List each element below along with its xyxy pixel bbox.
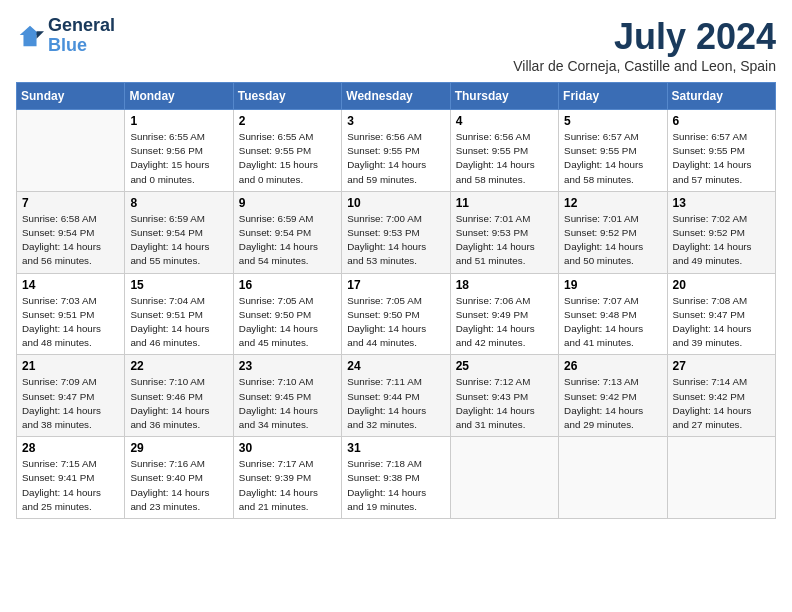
day-number: 20 [673, 278, 770, 292]
day-number: 15 [130, 278, 227, 292]
day-number: 25 [456, 359, 553, 373]
calendar-cell: 6Sunrise: 6:57 AMSunset: 9:55 PMDaylight… [667, 110, 775, 192]
calendar-cell: 27Sunrise: 7:14 AMSunset: 9:42 PMDayligh… [667, 355, 775, 437]
day-number: 16 [239, 278, 336, 292]
day-info: Sunrise: 6:59 AMSunset: 9:54 PMDaylight:… [130, 212, 227, 269]
day-info: Sunrise: 6:57 AMSunset: 9:55 PMDaylight:… [564, 130, 661, 187]
calendar-cell: 21Sunrise: 7:09 AMSunset: 9:47 PMDayligh… [17, 355, 125, 437]
calendar-cell: 5Sunrise: 6:57 AMSunset: 9:55 PMDaylight… [559, 110, 667, 192]
calendar-cell [450, 437, 558, 519]
day-number: 13 [673, 196, 770, 210]
calendar-cell: 4Sunrise: 6:56 AMSunset: 9:55 PMDaylight… [450, 110, 558, 192]
day-info: Sunrise: 7:05 AMSunset: 9:50 PMDaylight:… [239, 294, 336, 351]
day-number: 2 [239, 114, 336, 128]
calendar-week-3: 14Sunrise: 7:03 AMSunset: 9:51 PMDayligh… [17, 273, 776, 355]
day-number: 19 [564, 278, 661, 292]
day-info: Sunrise: 7:16 AMSunset: 9:40 PMDaylight:… [130, 457, 227, 514]
col-header-monday: Monday [125, 83, 233, 110]
day-info: Sunrise: 6:56 AMSunset: 9:55 PMDaylight:… [456, 130, 553, 187]
logo-text: General Blue [48, 16, 115, 56]
calendar-cell [17, 110, 125, 192]
calendar-cell: 14Sunrise: 7:03 AMSunset: 9:51 PMDayligh… [17, 273, 125, 355]
col-header-wednesday: Wednesday [342, 83, 450, 110]
day-number: 8 [130, 196, 227, 210]
day-number: 28 [22, 441, 119, 455]
day-number: 29 [130, 441, 227, 455]
calendar-cell: 16Sunrise: 7:05 AMSunset: 9:50 PMDayligh… [233, 273, 341, 355]
calendar-cell: 3Sunrise: 6:56 AMSunset: 9:55 PMDaylight… [342, 110, 450, 192]
day-number: 23 [239, 359, 336, 373]
day-info: Sunrise: 7:03 AMSunset: 9:51 PMDaylight:… [22, 294, 119, 351]
calendar-cell: 12Sunrise: 7:01 AMSunset: 9:52 PMDayligh… [559, 191, 667, 273]
day-info: Sunrise: 7:09 AMSunset: 9:47 PMDaylight:… [22, 375, 119, 432]
calendar-week-1: 1Sunrise: 6:55 AMSunset: 9:56 PMDaylight… [17, 110, 776, 192]
calendar-cell: 2Sunrise: 6:55 AMSunset: 9:55 PMDaylight… [233, 110, 341, 192]
calendar-week-2: 7Sunrise: 6:58 AMSunset: 9:54 PMDaylight… [17, 191, 776, 273]
day-number: 31 [347, 441, 444, 455]
col-header-tuesday: Tuesday [233, 83, 341, 110]
col-header-friday: Friday [559, 83, 667, 110]
calendar-week-5: 28Sunrise: 7:15 AMSunset: 9:41 PMDayligh… [17, 437, 776, 519]
day-info: Sunrise: 7:15 AMSunset: 9:41 PMDaylight:… [22, 457, 119, 514]
day-info: Sunrise: 7:04 AMSunset: 9:51 PMDaylight:… [130, 294, 227, 351]
calendar-cell: 31Sunrise: 7:18 AMSunset: 9:38 PMDayligh… [342, 437, 450, 519]
day-info: Sunrise: 7:12 AMSunset: 9:43 PMDaylight:… [456, 375, 553, 432]
calendar-cell: 24Sunrise: 7:11 AMSunset: 9:44 PMDayligh… [342, 355, 450, 437]
day-number: 9 [239, 196, 336, 210]
day-info: Sunrise: 7:10 AMSunset: 9:45 PMDaylight:… [239, 375, 336, 432]
day-info: Sunrise: 6:55 AMSunset: 9:56 PMDaylight:… [130, 130, 227, 187]
calendar-week-4: 21Sunrise: 7:09 AMSunset: 9:47 PMDayligh… [17, 355, 776, 437]
calendar-cell: 1Sunrise: 6:55 AMSunset: 9:56 PMDaylight… [125, 110, 233, 192]
day-number: 12 [564, 196, 661, 210]
day-number: 24 [347, 359, 444, 373]
day-info: Sunrise: 7:02 AMSunset: 9:52 PMDaylight:… [673, 212, 770, 269]
day-number: 27 [673, 359, 770, 373]
calendar-cell: 28Sunrise: 7:15 AMSunset: 9:41 PMDayligh… [17, 437, 125, 519]
calendar-cell [667, 437, 775, 519]
day-info: Sunrise: 6:58 AMSunset: 9:54 PMDaylight:… [22, 212, 119, 269]
calendar-cell: 13Sunrise: 7:02 AMSunset: 9:52 PMDayligh… [667, 191, 775, 273]
day-info: Sunrise: 7:13 AMSunset: 9:42 PMDaylight:… [564, 375, 661, 432]
page-header: General Blue July 2024 Villar de Corneja… [16, 16, 776, 74]
day-info: Sunrise: 7:01 AMSunset: 9:53 PMDaylight:… [456, 212, 553, 269]
day-info: Sunrise: 7:06 AMSunset: 9:49 PMDaylight:… [456, 294, 553, 351]
day-number: 21 [22, 359, 119, 373]
day-info: Sunrise: 7:17 AMSunset: 9:39 PMDaylight:… [239, 457, 336, 514]
day-info: Sunrise: 7:07 AMSunset: 9:48 PMDaylight:… [564, 294, 661, 351]
day-number: 4 [456, 114, 553, 128]
calendar-cell: 30Sunrise: 7:17 AMSunset: 9:39 PMDayligh… [233, 437, 341, 519]
logo-icon [16, 22, 44, 50]
calendar-cell: 18Sunrise: 7:06 AMSunset: 9:49 PMDayligh… [450, 273, 558, 355]
logo: General Blue [16, 16, 115, 56]
day-info: Sunrise: 7:18 AMSunset: 9:38 PMDaylight:… [347, 457, 444, 514]
calendar-cell: 7Sunrise: 6:58 AMSunset: 9:54 PMDaylight… [17, 191, 125, 273]
title-block: July 2024 Villar de Corneja, Castille an… [513, 16, 776, 74]
day-number: 14 [22, 278, 119, 292]
calendar-cell [559, 437, 667, 519]
svg-marker-1 [37, 31, 44, 38]
day-number: 3 [347, 114, 444, 128]
day-number: 7 [22, 196, 119, 210]
calendar-cell: 15Sunrise: 7:04 AMSunset: 9:51 PMDayligh… [125, 273, 233, 355]
day-info: Sunrise: 6:57 AMSunset: 9:55 PMDaylight:… [673, 130, 770, 187]
day-info: Sunrise: 7:08 AMSunset: 9:47 PMDaylight:… [673, 294, 770, 351]
day-number: 6 [673, 114, 770, 128]
day-info: Sunrise: 7:11 AMSunset: 9:44 PMDaylight:… [347, 375, 444, 432]
calendar-cell: 17Sunrise: 7:05 AMSunset: 9:50 PMDayligh… [342, 273, 450, 355]
day-number: 30 [239, 441, 336, 455]
calendar-cell: 25Sunrise: 7:12 AMSunset: 9:43 PMDayligh… [450, 355, 558, 437]
location: Villar de Corneja, Castille and Leon, Sp… [513, 58, 776, 74]
calendar-table: SundayMondayTuesdayWednesdayThursdayFrid… [16, 82, 776, 519]
day-number: 26 [564, 359, 661, 373]
day-info: Sunrise: 7:10 AMSunset: 9:46 PMDaylight:… [130, 375, 227, 432]
calendar-cell: 8Sunrise: 6:59 AMSunset: 9:54 PMDaylight… [125, 191, 233, 273]
day-info: Sunrise: 7:01 AMSunset: 9:52 PMDaylight:… [564, 212, 661, 269]
calendar-cell: 9Sunrise: 6:59 AMSunset: 9:54 PMDaylight… [233, 191, 341, 273]
calendar-cell: 10Sunrise: 7:00 AMSunset: 9:53 PMDayligh… [342, 191, 450, 273]
col-header-sunday: Sunday [17, 83, 125, 110]
calendar-cell: 26Sunrise: 7:13 AMSunset: 9:42 PMDayligh… [559, 355, 667, 437]
day-info: Sunrise: 6:59 AMSunset: 9:54 PMDaylight:… [239, 212, 336, 269]
day-number: 1 [130, 114, 227, 128]
day-number: 17 [347, 278, 444, 292]
day-info: Sunrise: 7:14 AMSunset: 9:42 PMDaylight:… [673, 375, 770, 432]
